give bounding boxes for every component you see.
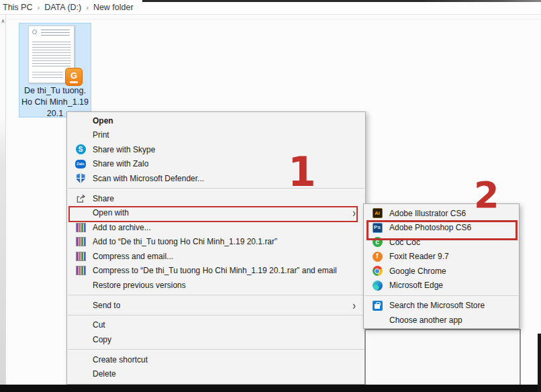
background-panel [364, 329, 521, 385]
menu-separator [364, 295, 518, 296]
photoshop-icon: Ps [372, 222, 383, 233]
toolbar-divider [0, 14, 541, 15]
menu-item-label: Cốc Cốc [389, 238, 420, 247]
icon-spacer [75, 280, 86, 291]
icon-spacer [75, 354, 86, 365]
illustrator-icon: Ai [372, 208, 383, 219]
menu-item-delete[interactable]: Delete [67, 367, 365, 382]
menu-item-restore-previous-versions[interactable]: Restore previous versions [67, 278, 365, 293]
share-icon [75, 193, 86, 204]
menu-item-cut[interactable]: Cut [67, 318, 365, 333]
thumbnail-body-lines [32, 72, 63, 79]
winrar-icon [75, 236, 86, 247]
menu-item-compress-to-de-thi-tu-tuong-ho-chi-minh-[interactable]: Compress to “De thi_Tu tuong Ho Chi Minh… [67, 263, 365, 278]
menu-item-label: Microsoft Edge [389, 281, 443, 290]
screenshot-root: This PC › DATA (D:) › New folder G De th… [0, 0, 541, 392]
thumbnail-logo [32, 30, 37, 34]
menu-item-share[interactable]: Share [67, 191, 365, 206]
icon-spacer [75, 115, 86, 126]
thumbnail-body-lines [32, 42, 70, 68]
menu-item-label: Search the Microsoft Store [389, 301, 485, 310]
open-with-submenu: AiAdobe Illustrator CS6PsAdobe Photoshop… [363, 203, 520, 329]
menu-item-label: Add to archive... [93, 223, 151, 232]
menu-item-copy[interactable]: Copy [67, 332, 365, 347]
file-name-line: Ho Chi Minh_1.19 [15, 97, 95, 108]
winrar-icon [75, 251, 86, 262]
menu-item-label: Adobe Illustrator CS6 [389, 209, 466, 218]
foxit-icon: f [372, 251, 383, 262]
submenu-arrow-icon: › [352, 299, 357, 312]
menu-item-open[interactable]: Open [67, 113, 365, 128]
bottom-black-bar [0, 385, 541, 392]
menu-item-label: Send to [93, 301, 120, 310]
breadcrumb-separator-icon: › [37, 3, 40, 11]
menu-item-scan-with-microsoft-defender[interactable]: Scan with Microsoft Defender... [67, 171, 365, 186]
breadcrumb-item-data-drive[interactable]: DATA (D:) [44, 3, 81, 12]
menu-item-create-shortcut[interactable]: Create shortcut [67, 352, 365, 367]
menu-item-foxit-reader-9-7[interactable]: fFoxit Reader 9.7 [364, 250, 519, 264]
submenu-arrow-icon: › [352, 206, 357, 219]
menu-item-label: Cut [93, 320, 105, 330]
annotation-step-2: 2 [474, 177, 499, 213]
defender-icon [75, 173, 86, 184]
window-top-border [142, 0, 541, 2]
breadcrumb-item-new-folder[interactable]: New folder [93, 3, 134, 12]
menu-separator [68, 295, 364, 295]
menu-item-label: Delete [93, 369, 116, 379]
menu-item-label: Print [93, 130, 109, 140]
menu-separator [68, 315, 364, 315]
menu-item-label: Copy [93, 335, 111, 344]
scroll-up-icon[interactable] [0, 18, 6, 24]
menu-item-add-to-archive[interactable]: Add to archive... [67, 220, 365, 235]
menu-item-open-with[interactable]: Open with› [67, 205, 365, 220]
icon-spacer [75, 369, 86, 379]
menu-item-share-with-zalo[interactable]: ZaloShare with Zalo [67, 157, 365, 172]
menu-item-label: Compress to “De thi_Tu tuong Ho Chi Minh… [93, 266, 337, 275]
coccoc-icon: c [372, 237, 383, 248]
menu-item-compress-and-email[interactable]: Compress and email... [67, 249, 365, 264]
menu-item-label: Restore previous versions [93, 281, 186, 290]
breadcrumb: This PC › DATA (D:) › New folder [0, 0, 541, 14]
file-type-badge-icon: G [65, 68, 83, 86]
annotation-step-1: 1 [288, 152, 316, 192]
menu-item-c-c-c-c[interactable]: cCốc Cốc [364, 235, 519, 250]
menu-item-label: Open [93, 116, 113, 126]
menu-item-label: Foxit Reader 9.7 [389, 252, 449, 261]
context-menu: OpenPrintSShare with SkypeZaloShare with… [66, 111, 366, 385]
menu-item-share-with-skype[interactable]: SShare with Skype [67, 142, 365, 157]
menu-item-google-chrome[interactable]: Google Chrome [364, 264, 519, 279]
menu-item-microsoft-edge[interactable]: Microsoft Edge [364, 279, 519, 293]
skype-icon: S [75, 144, 86, 155]
icon-spacer [75, 300, 86, 311]
chrome-icon [372, 266, 383, 277]
icon-spacer [372, 315, 383, 326]
menu-item-label: Share [93, 194, 114, 203]
right-black-edge [538, 334, 541, 392]
breadcrumb-separator-icon: › [86, 3, 89, 11]
menu-item-search-the-microsoft-store[interactable]: Search the Microsoft Store [364, 298, 519, 313]
icon-spacer [75, 207, 86, 218]
menu-separator [68, 349, 364, 350]
menu-item-label: Scan with Microsoft Defender... [93, 174, 204, 183]
thumbnail-heading-lines [41, 30, 70, 38]
menu-item-add-to-de-thi-tu-tuong-ho-chi-minh-1-19-[interactable]: Add to “De thi_Tu tuong Ho Chi Minh_1.19… [67, 234, 365, 249]
winrar-icon [75, 265, 86, 276]
selected-file[interactable]: G De thi_Tu tuong. Ho Chi Minh_1.19 20.1 [19, 23, 91, 117]
menu-item-adobe-photoshop-cs6[interactable]: PsAdobe Photoshop CS6 [364, 221, 519, 236]
menu-item-label: Adobe Photoshop CS6 [389, 223, 471, 232]
menu-item-label: Create shortcut [93, 355, 148, 364]
left-pane-edge [0, 15, 6, 385]
breadcrumb-item-this-pc[interactable]: This PC [3, 3, 32, 12]
menu-separator [68, 188, 364, 189]
menu-item-label: Choose another app [389, 315, 462, 325]
winrar-icon [75, 222, 86, 233]
menu-item-label: Add to “De thi_Tu tuong Ho Chi Minh_1.19… [93, 237, 277, 246]
icon-spacer [75, 130, 86, 140]
menu-item-label: Google Chrome [389, 266, 446, 276]
menu-item-label: Open with [93, 208, 129, 217]
menu-item-print[interactable]: Print [67, 128, 365, 143]
content-divider [0, 19, 541, 19]
store-icon [372, 300, 383, 311]
menu-item-send-to[interactable]: Send to› [67, 298, 365, 313]
menu-item-choose-another-app[interactable]: Choose another app [364, 313, 519, 328]
